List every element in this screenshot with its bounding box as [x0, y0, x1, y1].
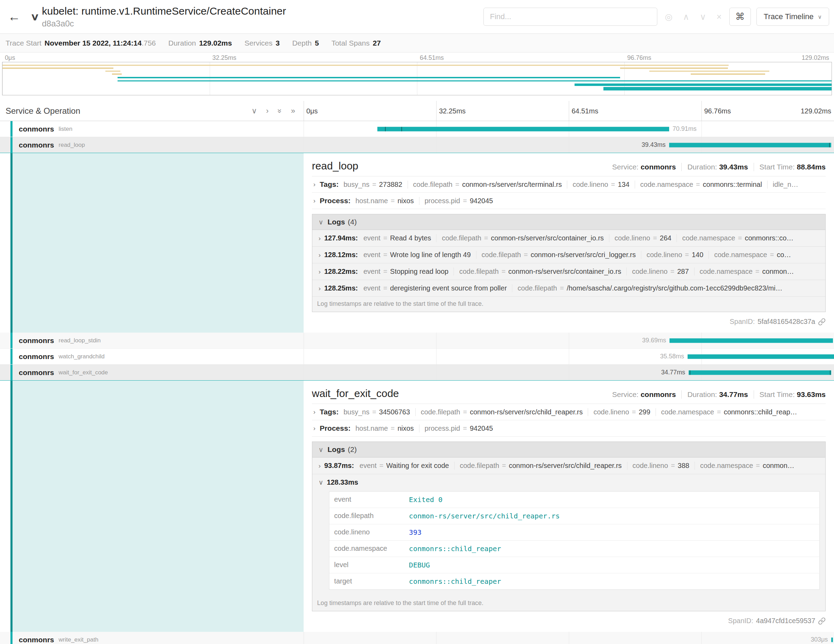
- key-value-item: host.name=nixos: [356, 197, 419, 205]
- span-color-accent: [10, 137, 13, 153]
- log-entry-expanded[interactable]: ∨ 128.33ms: [312, 474, 825, 490]
- copy-link-icon[interactable]: [818, 617, 826, 625]
- tags-list: busy_ns=34506763code.filepath=conmon-rs/…: [344, 408, 802, 416]
- span-detail-title: wait_for_exit_code: [312, 388, 399, 400]
- span-name-cell[interactable]: conmonrs wait_for_exit_code: [0, 365, 304, 380]
- timeline-grid-header: Service & Operation ∨ › » » 0μs 32.25ms …: [0, 101, 834, 121]
- minimap-tick: 96.76ms: [625, 54, 651, 61]
- process-accordion[interactable]: › Process: host.name=nixosprocess.pid=94…: [312, 193, 826, 209]
- minimap-span-bar: [575, 84, 832, 86]
- meta-start-time: Start Time:88.84ms: [754, 163, 826, 171]
- log-timestamp: 127.94ms:: [324, 234, 358, 242]
- key-value-item: code.namespace=co…: [708, 251, 796, 259]
- span-timeline-cell[interactable]: 303μs: [304, 632, 834, 644]
- collapse-one-icon[interactable]: ∨: [251, 107, 257, 115]
- copy-link-icon[interactable]: [818, 318, 826, 326]
- summary-label: Trace Start: [6, 39, 41, 47]
- log-entry[interactable]: › 93.87ms: event=Waiting for exit codeco…: [312, 458, 825, 474]
- span-color-accent: [10, 349, 13, 364]
- key-value-item: code.filepath=/home/sascha/.cargo/regist…: [512, 284, 787, 292]
- span-name-cell[interactable]: conmonrs read_loop: [0, 137, 304, 153]
- key-value-item: code.lineno=134: [567, 181, 634, 189]
- summary-label: Services: [244, 39, 273, 47]
- logs-accordion-header[interactable]: ∨ Logs (2): [312, 442, 825, 458]
- span-timeline-cell[interactable]: 39.69ms: [304, 333, 834, 348]
- log-entry[interactable]: › 127.94ms: event=Read 4 bytescode.filep…: [312, 230, 825, 247]
- logs-accordion-header[interactable]: ∨ Logs (4): [312, 214, 825, 230]
- spanid-value: 5faf48165428c37a: [758, 318, 815, 326]
- span-duration-bar[interactable]: 70.91ms: [377, 127, 669, 131]
- log-fields: event=Stopping read loopcode.filepath=co…: [364, 267, 799, 275]
- span-row-read-loop-stdin[interactable]: conmonrs read_loop_stdin 39.69ms: [0, 333, 834, 349]
- trace-page-header: ← ∨ kubelet: runtime.v1.RuntimeService/C…: [0, 0, 834, 34]
- next-result-icon[interactable]: ∨: [700, 12, 706, 22]
- keyboard-shortcuts-button[interactable]: ⌘: [729, 8, 751, 26]
- span-row-watch-grandchild[interactable]: conmonrs watch_grandchild 35.58ms: [0, 349, 834, 365]
- key-value-item: code.namespace=conmonrs::co…: [676, 234, 798, 242]
- log-fields: event=Wrote log line of length 49code.fi…: [364, 251, 797, 259]
- span-row-write-exit-path[interactable]: conmonrs write_exit_path 303μs: [0, 632, 834, 644]
- service-operation-title: Service & Operation: [6, 106, 251, 116]
- back-icon[interactable]: ←: [5, 10, 24, 24]
- tags-list: busy_ns=273882code.filepath=conmon-rs/se…: [344, 181, 804, 189]
- span-duration-bar[interactable]: 34.77ms: [689, 370, 831, 375]
- log-entry[interactable]: › 128.25ms: event=deregistering event so…: [312, 280, 825, 297]
- find-controls: ◎ ∧ ∨ ×: [665, 12, 722, 22]
- span-name-cell[interactable]: conmonrs listen: [0, 121, 304, 137]
- expand-all-icon[interactable]: »: [291, 107, 295, 115]
- span-color-accent: [10, 121, 13, 137]
- span-duration-bar[interactable]: 35.58ms: [688, 354, 834, 359]
- expand-one-icon[interactable]: ›: [266, 107, 268, 115]
- span-timeline-cell[interactable]: 35.58ms: [304, 349, 834, 364]
- minimap-canvas[interactable]: [2, 62, 832, 95]
- span-row-read-loop[interactable]: conmonrs read_loop 39.43ms: [0, 137, 834, 153]
- trace-title-block: kubelet: runtime.v1.RuntimeService/Creat…: [42, 5, 286, 29]
- span-duration-bar[interactable]: 39.69ms: [669, 338, 833, 343]
- chevron-right-icon: ›: [314, 408, 315, 416]
- key-value-item: event=deregistering event source from po…: [364, 284, 512, 292]
- spanid-value: 4a947cfd1ce59537: [756, 617, 815, 625]
- span-operation-name: wait_for_exit_code: [59, 369, 108, 376]
- span-duration-bar[interactable]: 303μs: [831, 638, 833, 642]
- log-table-row: code.filepathconmon-rs/server/src/child_…: [329, 508, 819, 524]
- log-entry[interactable]: › 128.22ms: event=Stopping read loopcode…: [312, 264, 825, 280]
- span-name-cell[interactable]: conmonrs read_loop_stdin: [0, 333, 304, 348]
- span-timeline-cell[interactable]: 70.91ms: [304, 121, 834, 137]
- clear-search-icon[interactable]: ×: [716, 12, 722, 22]
- span-row-listen[interactable]: conmonrs listen 70.91ms: [0, 121, 834, 137]
- focus-span-icon[interactable]: ◎: [665, 12, 672, 22]
- span-service-name: conmonrs: [19, 636, 54, 644]
- log-timestamp: 93.87ms:: [324, 462, 354, 470]
- trace-id: d8a3a0c: [42, 18, 286, 29]
- span-name-cell[interactable]: conmonrs watch_grandchild: [0, 349, 304, 364]
- span-detail-left-gutter: [0, 380, 304, 632]
- minimap-span-bar: [105, 71, 120, 72]
- spanid-label: SpanID:: [730, 318, 755, 326]
- chevron-right-icon: ›: [314, 424, 315, 432]
- log-marker-tick: [385, 127, 386, 131]
- span-duration-label: 303μs: [811, 636, 828, 643]
- chevron-down-icon: ∨: [318, 478, 323, 486]
- chevron-right-icon: ›: [318, 268, 321, 275]
- collapse-header-icon[interactable]: ∨: [30, 11, 40, 23]
- span-duration-bar[interactable]: 39.43ms: [669, 142, 832, 147]
- process-accordion[interactable]: › Process: host.name=nixosprocess.pid=94…: [312, 420, 826, 437]
- summary-label: Total Spans: [331, 39, 370, 47]
- find-input[interactable]: [483, 8, 657, 26]
- trace-view-selector[interactable]: Trace Timeline ∨: [756, 8, 829, 26]
- collapse-all-icon[interactable]: »: [275, 108, 284, 113]
- span-timeline-cell[interactable]: 39.43ms: [304, 137, 834, 153]
- span-name-cell[interactable]: conmonrs write_exit_path: [0, 632, 304, 644]
- key-value-item: code.lineno=299: [588, 408, 655, 416]
- span-row-wait-for-exit-code[interactable]: conmonrs wait_for_exit_code 34.77ms: [0, 365, 834, 380]
- span-color-accent: [10, 333, 13, 348]
- prev-result-icon[interactable]: ∧: [683, 12, 689, 22]
- summary-depth: Depth5: [292, 39, 319, 47]
- logs-count: (2): [348, 445, 357, 454]
- span-detail-header: wait_for_exit_code Service:conmonrs Dura…: [312, 385, 826, 404]
- span-timeline-cell[interactable]: 34.77ms: [304, 365, 834, 380]
- tags-accordion[interactable]: › Tags: busy_ns=273882code.filepath=conm…: [312, 176, 826, 193]
- tags-accordion[interactable]: › Tags: busy_ns=34506763code.filepath=co…: [312, 404, 826, 420]
- log-entry[interactable]: › 128.12ms: event=Wrote log line of leng…: [312, 247, 825, 264]
- span-detail-header: read_loop Service:conmonrs Duration:39.4…: [312, 158, 826, 176]
